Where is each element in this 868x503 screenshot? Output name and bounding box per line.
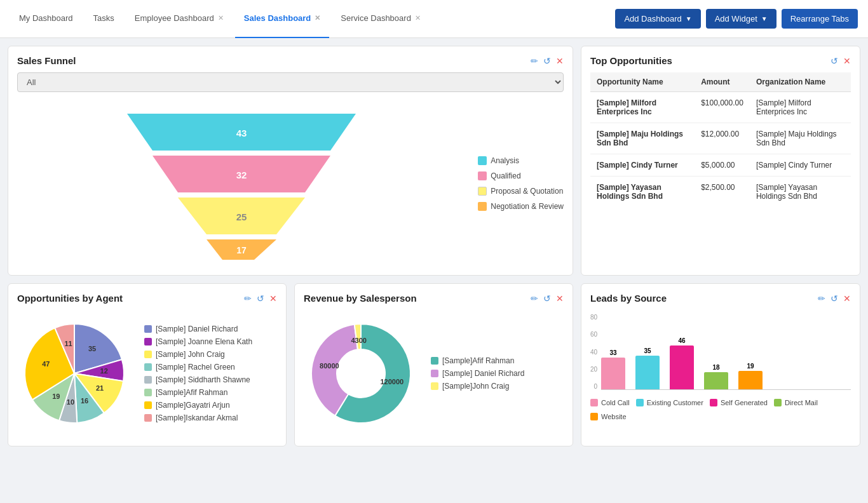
pie-legend-item: [Sample]Afif Rahman (144, 388, 252, 397)
funnel-qualified-value: 32 (236, 170, 247, 180)
opp-agent-legend: [Sample] Daniel Richard [Sample] Joanne … (144, 325, 252, 422)
tab-tasks-label: Tasks (93, 13, 114, 23)
funnel-legend: Analysis Qualified Proposal & Quotation … (478, 156, 564, 211)
bar-rect (738, 371, 763, 389)
leads-chart-row: 80 60 40 20 0 33 35 (590, 314, 851, 390)
opp-agent-refresh-icon[interactable]: ↺ (257, 293, 264, 304)
leads-legend-color (774, 399, 782, 406)
top-opp-close-icon[interactable]: ✕ (843, 56, 851, 66)
bar-value: 19 (747, 363, 754, 370)
tab-service-dashboard[interactable]: Service Dashboard ✕ (332, 0, 430, 38)
leads-refresh-icon[interactable]: ↺ (831, 293, 838, 304)
revenue-pie-area: 120000800004300 [Sample]Afif Rahman [Sam… (304, 310, 564, 437)
pie-legend-label: [Sample]Iskandar Akmal (156, 413, 238, 422)
bar-value: 46 (679, 337, 686, 344)
leads-header: Leads by Source ✏ ↺ ✕ (590, 293, 851, 304)
opp-name: [Sample] Milford Enterprices Inc (590, 92, 695, 123)
pie-legend-label: [Sample]John Craig (442, 382, 509, 391)
pie-legend-color (144, 376, 152, 384)
sales-funnel-refresh-icon[interactable]: ↺ (543, 56, 551, 66)
funnel-filter-select[interactable]: All (17, 72, 564, 92)
pie-label: 21 (96, 384, 104, 392)
opp-agent-close-icon[interactable]: ✕ (269, 293, 277, 304)
tab-employee-dashboard[interactable]: Employee Dashboard ✕ (126, 0, 233, 38)
bar-value: 35 (644, 347, 651, 354)
leads-legend-item: Cold Call (590, 399, 630, 406)
leads-edit-icon[interactable]: ✏ (818, 293, 825, 304)
bar-value: 18 (713, 364, 720, 371)
pie-legend-label: [Sample] Joanne Elena Kath (156, 337, 252, 346)
tab-my-dashboard[interactable]: My Dashboard (10, 0, 82, 38)
opp-org: [Sample] Yayasan Holdings Sdn Bhd (750, 177, 851, 208)
pie-label: 19 (52, 392, 60, 400)
legend-qualified: Qualified (478, 171, 564, 180)
revenue-legend: [Sample]Afif Rahman [Sample] Daniel Rich… (431, 356, 524, 391)
y-label-80: 80 (590, 314, 597, 321)
close-employee-dashboard-icon[interactable]: ✕ (218, 14, 224, 22)
opp-name: [Sample] Yayasan Holdings Sdn Bhd (590, 177, 695, 208)
pie-legend-label: [Sample] Siddharth Shawne (156, 375, 250, 384)
opp-amount: $2,500.00 (695, 177, 750, 208)
leads-legend-label: Direct Mail (785, 399, 818, 406)
opp-amount: $100,000.00 (695, 92, 750, 123)
sales-funnel-widget: Sales Funnel ✏ ↺ ✕ All 43 (8, 46, 573, 276)
leads-legend: Cold Call Existing Customer Self Generat… (590, 399, 851, 420)
legend-qualified-label: Qualified (491, 171, 520, 180)
revenue-close-icon[interactable]: ✕ (556, 293, 564, 304)
pie-legend-item: [Sample]Gayatri Arjun (144, 401, 252, 410)
top-opp-table-area[interactable]: Opportunity Name Amount Organization Nam… (590, 72, 851, 207)
legend-proposal: Proposal & Quotation (478, 187, 564, 196)
funnel-negotiation-value: 17 (236, 245, 247, 255)
close-service-dashboard-icon[interactable]: ✕ (415, 14, 421, 22)
revenue-title: Revenue by Salesperson (304, 293, 417, 304)
add-widget-chevron-icon: ▼ (761, 15, 768, 22)
opp-agent-edit-icon[interactable]: ✏ (244, 293, 252, 304)
pie-legend-item: [Sample]Afif Rahman (431, 356, 524, 365)
add-dashboard-button[interactable]: Add Dashboard ▼ (615, 9, 700, 29)
pie-legend-label: [Sample]Gayatri Arjun (156, 401, 230, 410)
leads-close-icon[interactable]: ✕ (843, 293, 851, 304)
pie-legend-item: [Sample] Siddharth Shawne (144, 375, 252, 384)
y-label-0: 0 (590, 383, 597, 390)
sales-funnel-close-icon[interactable]: ✕ (556, 56, 564, 66)
table-row: [Sample] Maju Holdings Sdn Bhd $12,000.0… (590, 123, 851, 154)
main-content: Sales Funnel ✏ ↺ ✕ All 43 (0, 38, 868, 454)
revenue-header: Revenue by Salesperson ✏ ↺ ✕ (304, 293, 564, 304)
close-sales-dashboard-icon[interactable]: ✕ (315, 14, 320, 22)
opp-agent-pie-area: 3512211610194711 [Sample] Daniel Richard… (17, 310, 277, 437)
legend-analysis-label: Analysis (491, 156, 519, 165)
pie-legend-label: [Sample] Daniel Richard (442, 369, 524, 378)
legend-negotiation: Negotiation & Review (478, 202, 564, 211)
leads-legend-color (710, 399, 717, 406)
pie-label: 12 (100, 367, 108, 375)
revenue-refresh-icon[interactable]: ↺ (543, 293, 551, 304)
sales-funnel-edit-icon[interactable]: ✏ (531, 56, 538, 66)
y-label-40: 40 (590, 349, 597, 356)
leads-legend-item: Self Generated (710, 399, 768, 406)
y-label-60: 60 (590, 331, 597, 338)
bar-group: 46 (670, 313, 694, 389)
bar-rect (670, 345, 694, 389)
rearrange-tabs-button[interactable]: Rearrange Tabs (782, 9, 858, 29)
pie-legend-color (144, 338, 152, 345)
funnel-analysis-value: 43 (236, 128, 247, 138)
opp-col-amount: Amount (695, 72, 750, 92)
opp-agent-header: Opportunities by Agent ✏ ↺ ✕ (17, 293, 277, 304)
tab-sales-dashboard[interactable]: Sales Dashboard ✕ (235, 0, 330, 38)
leads-bar-chart: 80 60 40 20 0 33 35 (590, 310, 851, 424)
revenue-edit-icon[interactable]: ✏ (531, 293, 538, 304)
top-opp-refresh-icon[interactable]: ↺ (831, 56, 838, 66)
table-row: [Sample] Cindy Turner $5,000.00 [Sample]… (590, 154, 851, 177)
funnel-filter[interactable]: All (17, 72, 564, 101)
row-2: Opportunities by Agent ✏ ↺ ✕ 35122116101… (8, 283, 860, 446)
bar-group: 18 (704, 313, 728, 389)
leads-legend-label: Self Generated (721, 399, 768, 406)
add-widget-button[interactable]: Add Widget ▼ (706, 9, 776, 29)
opp-col-org: Organization Name (750, 72, 851, 92)
pie-legend-item: [Sample] Rachel Green (144, 363, 252, 372)
opp-agent-pie-svg: 3512211610194711 (17, 316, 132, 431)
opp-col-name: Opportunity Name (590, 72, 695, 92)
tab-tasks[interactable]: Tasks (85, 0, 123, 38)
opp-amount: $12,000.00 (695, 123, 750, 154)
leads-legend-color (636, 399, 644, 406)
